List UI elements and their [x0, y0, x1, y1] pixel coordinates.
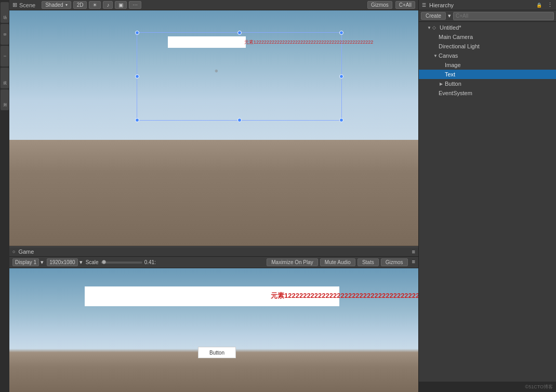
tree-item-untitled[interactable]: ▼ ◇ Untitled*	[419, 23, 556, 32]
hierarchy-menu[interactable]: ⋮	[547, 2, 553, 8]
hierarchy-lock-icon[interactable]: 🔒	[536, 3, 542, 8]
hierarchy-icon: ☰	[422, 3, 426, 8]
scene-center-marker: ⊕	[215, 69, 218, 73]
game-toolbar: Display 1 ▾ 1920x1080 ▾ Scale 0.41: Maxi…	[9, 257, 418, 268]
handle-bottom[interactable]	[237, 118, 242, 122]
scene-toolbar-group: Shaded 2D ☀ ♪ ▣ ⋯	[42, 1, 141, 9]
label-main-camera: Main Camera	[439, 34, 554, 40]
game-buttons: Maximize On Play Mute Audio Stats Gizmos…	[267, 258, 415, 266]
view-2d-button[interactable]: 2D	[73, 1, 87, 9]
hierarchy-content: ▼ ◇ Untitled* Main Camera Directional Li…	[419, 22, 556, 382]
label-image: Image	[445, 62, 554, 68]
game-gizmos-dropdown[interactable]: Gizmos	[381, 258, 408, 266]
scale-section: Scale 0.41:	[86, 259, 156, 265]
game-viewport: 元素12222222222222222222222222222222222222…	[9, 268, 418, 392]
resolution-arrow: ▾	[80, 259, 83, 266]
game-panel-menu[interactable]: ≡	[412, 249, 415, 255]
resolution-select-group: 1920x1080 ▾	[47, 258, 83, 266]
display-select-group: Display 1 ▾	[12, 258, 44, 266]
display-arrow: ▾	[41, 259, 44, 266]
resolution-dropdown[interactable]: 1920x1080	[47, 258, 78, 266]
game-panel: ○ Game ≡ Display 1 ▾ 1920x1080 ▾ Scale	[9, 246, 418, 392]
c-all-button[interactable]: C+All	[395, 1, 415, 9]
scale-value: 0.41:	[144, 259, 156, 265]
taskbar-item-5[interactable]: 测	[1, 89, 9, 110]
label-eventsystem: EventSystem	[439, 90, 554, 96]
taskbar-item-1[interactable]: 场	[1, 2, 9, 23]
scene-title-label: Scene	[19, 2, 35, 8]
mute-audio-button[interactable]: Mute Audio	[320, 258, 355, 266]
tree-item-directional-light[interactable]: Directional Light	[419, 42, 556, 51]
stats-button[interactable]: Stats	[358, 258, 379, 266]
tree-item-text[interactable]: Text	[419, 70, 556, 79]
taskbar-item-2[interactable]: B	[1, 24, 9, 45]
label-untitled: Untitled*	[440, 24, 554, 31]
tree-item-main-camera[interactable]: Main Camera	[419, 32, 556, 42]
handle-top[interactable]	[237, 31, 242, 35]
label-text: Text	[445, 71, 554, 77]
game-toolbar-menu[interactable]: ≡	[412, 258, 415, 266]
arrow-button: ▶	[440, 82, 445, 86]
scene-right-toolbar: Gizmos C+All	[367, 1, 415, 9]
audio-icon-btn[interactable]: ♪	[103, 1, 113, 9]
handle-tl[interactable]	[135, 31, 139, 35]
handle-right[interactable]	[339, 74, 343, 79]
left-panels: ⊞ Scene Shaded 2D ☀ ♪ ▣ ⋯ Gizmos C+All	[9, 0, 418, 392]
scene-text-element[interactable]	[168, 36, 246, 48]
hierarchy-title: Hierarchy	[429, 2, 454, 8]
label-button: Button	[445, 81, 554, 87]
taskbar-item-3[interactable]: I	[1, 46, 9, 67]
maximize-on-play-button[interactable]: Maximize On Play	[267, 258, 318, 266]
handle-tr[interactable]	[339, 31, 343, 35]
extra-icon-btn[interactable]: ⋯	[129, 1, 141, 9]
handle-bl[interactable]	[135, 118, 139, 122]
scene-panel-header: ⊞ Scene Shaded 2D ☀ ♪ ▣ ⋯ Gizmos C+All	[9, 0, 418, 10]
arrow-untitled: ▼	[427, 25, 432, 30]
tree-item-eventsystem[interactable]: EventSystem	[419, 88, 556, 98]
main-content: ⊞ Scene Shaded 2D ☀ ♪ ▣ ⋯ Gizmos C+All	[9, 0, 556, 392]
scale-thumb[interactable]	[102, 260, 106, 264]
scene-panel-title: ⊞ Scene	[12, 2, 35, 8]
scene-viewport: 元素12222222222222222222222222222222222222…	[9, 10, 418, 246]
camera-icon-btn[interactable]: ▣	[115, 1, 127, 9]
handle-left[interactable]	[135, 74, 139, 79]
tree-item-button[interactable]: ▶ Button	[419, 79, 556, 88]
label-directional-light: Directional Light	[439, 43, 554, 49]
game-button-element[interactable]: Button	[198, 347, 236, 358]
display-dropdown[interactable]: Display 1	[12, 258, 39, 266]
taskbar-item-4[interactable]: 观	[1, 68, 9, 88]
tree-item-canvas[interactable]: ▼ Canvas	[419, 51, 556, 60]
create-button[interactable]: Create	[421, 12, 446, 20]
watermark-bar: ©51CTO博客	[419, 382, 556, 392]
scene-panel: ⊞ Scene Shaded 2D ☀ ♪ ▣ ⋯ Gizmos C+All	[9, 0, 418, 246]
taskbar: 场 B I 观 测	[0, 0, 9, 392]
hierarchy-search-input[interactable]	[453, 12, 554, 20]
hierarchy-panel: ☰ Hierarchy 🔒 ⋮ Create ▾ ▼ ◇ Untitled*	[418, 0, 556, 392]
game-title-label: Game	[18, 249, 34, 255]
sun-icon-btn[interactable]: ☀	[89, 1, 101, 9]
game-icon: ○	[12, 249, 15, 254]
scene-text-overflow: 元素12222222222222222222222222222222222222…	[244, 36, 373, 48]
scale-label: Scale	[86, 259, 99, 265]
scale-slider[interactable]	[101, 262, 142, 264]
scene-ground	[9, 140, 418, 246]
handle-br[interactable]	[339, 118, 343, 122]
game-panel-header: ○ Game ≡	[9, 246, 418, 257]
gizmos-dropdown[interactable]: Gizmos	[367, 1, 392, 9]
game-text-overflow: 元素12222222222222222222222222222222222222…	[271, 291, 418, 300]
shading-dropdown[interactable]: Shaded	[42, 1, 71, 9]
create-arrow: ▾	[448, 12, 451, 19]
grid-icon: ⊞	[12, 2, 17, 8]
hierarchy-toolbar: Create ▾	[419, 10, 556, 22]
arrow-canvas: ▼	[433, 54, 439, 58]
tree-item-image[interactable]: Image	[419, 60, 556, 70]
watermark-text: ©51CTO博客	[525, 384, 553, 390]
label-canvas: Canvas	[439, 53, 554, 59]
icon-untitled: ◇	[432, 25, 440, 30]
hierarchy-header: ☰ Hierarchy 🔒 ⋮	[419, 0, 556, 10]
game-button-label[interactable]: Button	[209, 350, 224, 356]
